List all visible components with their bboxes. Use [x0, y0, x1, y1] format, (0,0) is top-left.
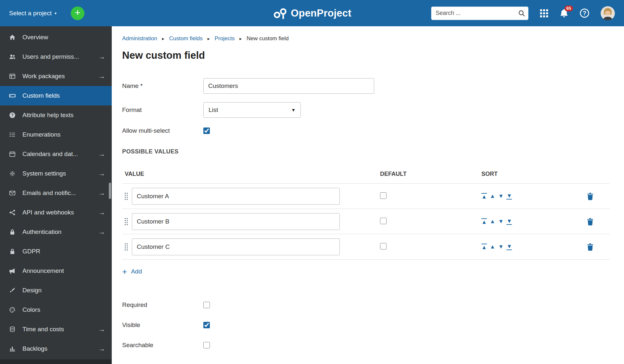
- openproject-logo-icon: [273, 7, 287, 19]
- column-header-value: VALUE: [122, 171, 350, 177]
- sidebar-item-custom-fields[interactable]: Custom fields: [0, 86, 112, 105]
- megaphone-icon: [8, 268, 16, 274]
- sidebar-item-emails-and-notifications[interactable]: Emails and notific... →: [0, 183, 112, 203]
- user-avatar-button[interactable]: [601, 6, 615, 20]
- breadcrumb-separator-icon: ▸: [162, 36, 164, 41]
- sidebar-item-overview[interactable]: Overview: [0, 28, 112, 47]
- project-select-button[interactable]: Select a project ▾: [9, 10, 57, 17]
- value-input[interactable]: [132, 188, 340, 205]
- modules-button[interactable]: [540, 9, 549, 18]
- breadcrumb-link-administration[interactable]: Administration: [122, 35, 157, 42]
- required-checkbox[interactable]: [203, 302, 210, 308]
- move-down-icon[interactable]: ▼: [498, 219, 504, 224]
- breadcrumb-link-projects[interactable]: Projects: [215, 35, 235, 42]
- move-to-top-icon[interactable]: ▲: [481, 244, 487, 250]
- list-icon: [8, 131, 16, 138]
- sidebar-item-calendars-and-dates[interactable]: Calendars and dat... →: [0, 144, 112, 164]
- sidebar-item-backlogs[interactable]: Backlogs →: [0, 339, 112, 358]
- move-up-icon[interactable]: ▲: [490, 219, 495, 224]
- sidebar-item-enumerations[interactable]: Enumerations: [0, 125, 112, 144]
- mail-icon: [8, 190, 16, 196]
- project-select-label: Select a project: [9, 10, 52, 17]
- breadcrumb: Administration ▸ Custom fields ▸ Project…: [122, 35, 624, 42]
- visible-checkbox[interactable]: [203, 322, 210, 328]
- searchable-row: Searchable: [122, 341, 624, 350]
- paintbrush-icon: [8, 287, 16, 294]
- chart-bars-icon: [8, 346, 16, 352]
- move-up-icon[interactable]: ▲: [490, 193, 495, 199]
- sidebar-item-colors[interactable]: Colors: [0, 300, 112, 320]
- add-value-button[interactable]: + Add: [122, 267, 142, 276]
- sidebar-item-users-permissions[interactable]: Users and permiss... →: [0, 47, 112, 67]
- value-input[interactable]: [132, 238, 340, 255]
- move-down-icon[interactable]: ▼: [498, 193, 504, 199]
- arrow-right-icon: →: [98, 228, 105, 236]
- move-to-top-icon[interactable]: ▲: [481, 218, 487, 225]
- move-up-icon[interactable]: ▲: [490, 244, 495, 249]
- delete-row-button[interactable]: [587, 218, 594, 225]
- format-select-value: List: [209, 106, 218, 114]
- add-value-label: Add: [131, 268, 142, 275]
- main-content: Administration ▸ Custom fields ▸ Project…: [112, 26, 624, 364]
- move-down-icon[interactable]: ▼: [498, 244, 504, 249]
- palette-icon: [8, 307, 16, 313]
- search-input[interactable]: [431, 6, 528, 20]
- default-checkbox[interactable]: [380, 243, 387, 249]
- possible-values-header: VALUE DEFAULT SORT: [122, 166, 610, 184]
- arrow-right-icon: →: [98, 170, 105, 177]
- plus-icon: +: [75, 8, 81, 18]
- drag-handle-icon[interactable]: [124, 243, 128, 251]
- value-input[interactable]: [132, 213, 340, 230]
- sidebar-item-time-and-costs[interactable]: Time and costs →: [0, 320, 112, 339]
- move-to-top-icon[interactable]: ▲: [481, 193, 487, 200]
- grid-icon: [540, 9, 549, 18]
- arrow-right-icon: →: [98, 189, 105, 197]
- lock-icon: [8, 248, 16, 255]
- arrow-right-icon: →: [98, 209, 105, 216]
- sidebar-item-design[interactable]: Design: [0, 281, 112, 300]
- table-row: ▲ ▲ ▼ ▼: [122, 234, 610, 260]
- sidebar-scrollbar[interactable]: [109, 183, 111, 199]
- format-select[interactable]: List ▼: [203, 102, 301, 118]
- sidebar-footer: [0, 359, 112, 364]
- sidebar-item-gdpr[interactable]: GDPR: [0, 242, 112, 261]
- global-add-button[interactable]: +: [71, 6, 84, 20]
- move-to-bottom-icon[interactable]: ▼: [506, 218, 512, 225]
- multi-select-label: Allow multi-select: [122, 127, 203, 134]
- drag-handle-icon[interactable]: [124, 192, 128, 200]
- notifications-button[interactable]: 65: [560, 8, 568, 18]
- sidebar-item-authentication[interactable]: Authentication →: [0, 222, 112, 242]
- searchable-checkbox[interactable]: [203, 342, 210, 348]
- plus-icon: +: [122, 267, 127, 276]
- notification-badge: 65: [565, 6, 573, 11]
- sidebar-item-api-and-webhooks[interactable]: API and webhooks →: [0, 203, 112, 222]
- select-caret-icon: ▼: [291, 107, 296, 113]
- possible-values-table: VALUE DEFAULT SORT ▲ ▲ ▼: [122, 166, 610, 260]
- column-header-default: DEFAULT: [350, 171, 476, 177]
- format-field-row: Format List ▼: [122, 102, 624, 118]
- sidebar-item-work-packages[interactable]: Work packages →: [0, 67, 112, 86]
- sidebar-item-system-settings[interactable]: System settings →: [0, 164, 112, 183]
- breadcrumb-link-custom-fields[interactable]: Custom fields: [169, 35, 203, 42]
- users-icon: [8, 54, 16, 60]
- default-checkbox[interactable]: [380, 218, 387, 224]
- help-button[interactable]: ?: [579, 8, 590, 18]
- sidebar-item-attribute-help-texts[interactable]: ? Attribute help texts: [0, 105, 112, 125]
- move-to-bottom-icon[interactable]: ▼: [506, 244, 512, 250]
- name-label: Name*: [122, 82, 203, 90]
- sidebar: Overview Users and permiss... → Work pac…: [0, 26, 112, 364]
- format-label: Format: [122, 106, 203, 114]
- default-checkbox[interactable]: [380, 192, 387, 199]
- brand-logo[interactable]: OpenProject: [273, 7, 351, 19]
- multi-select-checkbox[interactable]: [203, 127, 210, 134]
- move-to-bottom-icon[interactable]: ▼: [506, 193, 512, 200]
- name-input[interactable]: [203, 78, 374, 94]
- calendar-icon: [8, 151, 16, 157]
- delete-row-button[interactable]: [587, 243, 594, 251]
- delete-row-button[interactable]: [587, 192, 594, 200]
- search-icon[interactable]: [518, 10, 525, 18]
- drag-handle-icon[interactable]: [124, 217, 128, 226]
- sidebar-item-announcement[interactable]: Announcement: [0, 261, 112, 281]
- trash-icon: [587, 218, 594, 225]
- nodes-icon: [8, 209, 16, 216]
